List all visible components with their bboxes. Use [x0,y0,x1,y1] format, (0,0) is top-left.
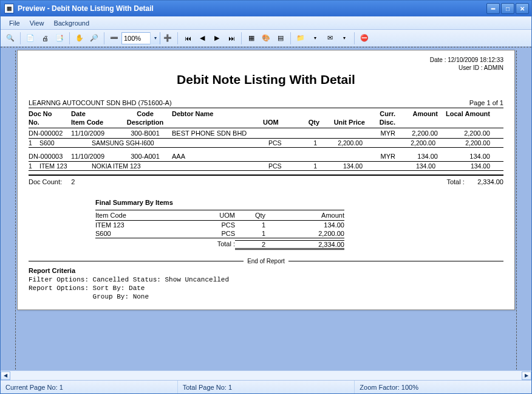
scroll-right-button[interactable]: ▶ [522,372,531,380]
h-date: Date [71,110,86,117]
status-zoom: Zoom Factor: 100% [355,381,531,393]
color-icon: 🎨 [261,33,271,43]
magnifier-button[interactable]: 🔎 [87,32,101,45]
h-amount: Amount [412,110,438,117]
summary-total-row: Total : 2 2,334.00 [95,238,344,252]
customize-button[interactable]: 📄 [24,32,37,45]
h-debtor: Debtor Name [172,110,213,117]
zoom-dropdown-button[interactable]: ▾ [150,32,160,44]
close-button[interactable]: ✕ [516,3,529,14]
page-guide-top [1,47,531,47]
h-description: Description [127,119,164,126]
report-meta-user: User ID : ADMIN [29,64,503,71]
h-unitprice: Unit Price [334,119,365,126]
status-current-page: Current Page No: 1 [1,381,178,393]
zoom-input[interactable] [122,34,150,43]
org-name: LEARNNG AUTOCOUNT SDN BHD (751600-A) [29,99,172,106]
menu-file[interactable]: File [4,18,25,29]
h-no: No. [29,119,39,126]
toolbar: 🔍 📄 🖨 📑 ✋ 🔎 ➖ ▾ ➕ ⏮ ◀ ▶ ⏭ ▦ 🎨 ▤ 📁 ▾ ✉ ▾ … [1,30,531,47]
h-localamount: Local Amount [446,110,490,117]
doccount-label: Doc Count: [29,178,62,185]
hand-tool-button[interactable]: ✋ [73,32,86,45]
zoom-combo[interactable]: ▾ [121,32,160,44]
window-title: Preview - Debit Note Listing With Detail [18,4,154,13]
watermark-icon: ▤ [276,33,285,43]
item-row: 1 S600 SAMSUNG SGH-I600 PCS 1 2,200.00 2… [29,139,503,148]
printer-icon: 🖨 [40,33,50,43]
horizontal-scrollbar[interactable]: ◀ ▶ [1,370,531,380]
quick-print-button[interactable]: 📑 [53,32,66,45]
h-qty: Qty [309,119,319,126]
next-icon: ▶ [212,33,222,43]
titlebar: ▦ Preview - Debit Note Listing With Deta… [1,1,531,16]
menu-background[interactable]: Background [49,18,94,29]
prev-icon: ◀ [197,33,207,43]
status-total-page: Total Page No: 1 [178,381,355,393]
doccount-value: 2 [71,178,75,185]
end-of-report: End of Report [29,258,503,264]
prev-page-button[interactable]: ◀ [196,32,209,45]
zoom-out-button[interactable]: ➖ [107,32,121,45]
email-dropdown[interactable]: ▾ [338,32,351,45]
zoom-out-icon: ➖ [109,33,119,43]
first-icon: ⏮ [183,33,193,43]
maximize-button[interactable]: □ [501,3,514,14]
statusbar: Current Page No: 1 Total Page No: 1 Zoom… [1,380,531,393]
search-button[interactable]: 🔍 [4,32,17,45]
report-meta-date: Date : 12/10/2009 18:12:33 [29,57,503,63]
scroll-track[interactable] [10,372,522,380]
menu-view[interactable]: View [25,18,49,29]
criteria-body: Filter Options: Cancelled Status: Show U… [29,275,503,301]
meta-date-value: 12/10/2009 18:12:33 [448,57,503,63]
color-button[interactable]: 🎨 [259,32,273,45]
summary-title: Final Summary By Items [95,199,344,206]
email-icon: ✉ [325,33,335,43]
scroll-left-button[interactable]: ◀ [1,372,10,380]
exit-button[interactable]: ⛔ [358,32,371,45]
first-page-button[interactable]: ⏮ [181,32,194,45]
h-uom: UOM [263,119,279,126]
menubar: File View Background [1,16,531,30]
report-page: Date : 12/10/2009 18:12:33 User ID : ADM… [17,50,515,310]
h-disc: Disc. [380,119,395,126]
minimize-button[interactable]: ━ [486,3,500,14]
summary-block: Final Summary By Items Item Code UOM Qty… [95,199,344,252]
export-button[interactable]: 📁 [294,32,307,45]
summary-row: S600 PCS 1 2,200.00 [95,229,344,238]
multipage-button[interactable]: ▦ [245,32,258,45]
page-guide-left [15,50,16,370]
meta-date-label: Date : [430,57,446,63]
app-icon: ▦ [4,4,14,13]
criteria-title: Report Criteria [29,267,503,274]
zoom-in-icon: ➕ [163,33,172,43]
chevron-down-icon: ▾ [310,33,320,43]
report-title: Debit Note Listing With Detail [29,72,503,87]
doccount-total-row: Doc Count: 2 Total : 2,334.00 [29,176,503,188]
last-icon: ⏭ [227,33,236,43]
summary-row: ITEM 123 PCS 1 134.00 [95,221,344,229]
export-dropdown[interactable]: ▾ [309,32,322,45]
meta-user-label: User ID : [459,64,482,71]
magnifier-icon: 🔎 [89,33,99,43]
item-row: 1 ITEM 123 NOKIA ITEM 123 PCS 1 134.00 1… [29,162,503,171]
next-page-button[interactable]: ▶ [210,32,223,45]
doc-row: DN-000003 11/10/2009 300-A001 AAA MYR 13… [29,151,503,161]
h-docno: Doc No [29,110,52,117]
grid-header: Doc NoNo. DateItem Code CodeDescription … [29,108,503,128]
zoom-in-button[interactable]: ➕ [161,32,174,45]
hand-icon: ✋ [75,33,84,43]
last-page-button[interactable]: ⏭ [225,32,238,45]
total-label: Total : [446,178,464,185]
binoculars-icon: 🔍 [5,33,15,43]
h-code: Code [137,110,154,117]
chevron-down-icon: ▾ [339,33,349,43]
total-value: 2,334.00 [477,178,503,185]
page-gear-icon: 📄 [26,33,35,43]
email-button[interactable]: ✉ [323,32,336,45]
meta-user-value: ADMIN [484,64,503,71]
print-button[interactable]: 🖨 [38,32,52,45]
watermark-button[interactable]: ▤ [274,32,287,45]
multipage-icon: ▦ [247,33,256,43]
doc-row: DN-000002 11/10/2009 300-B001 BEST PHONE… [29,128,503,138]
